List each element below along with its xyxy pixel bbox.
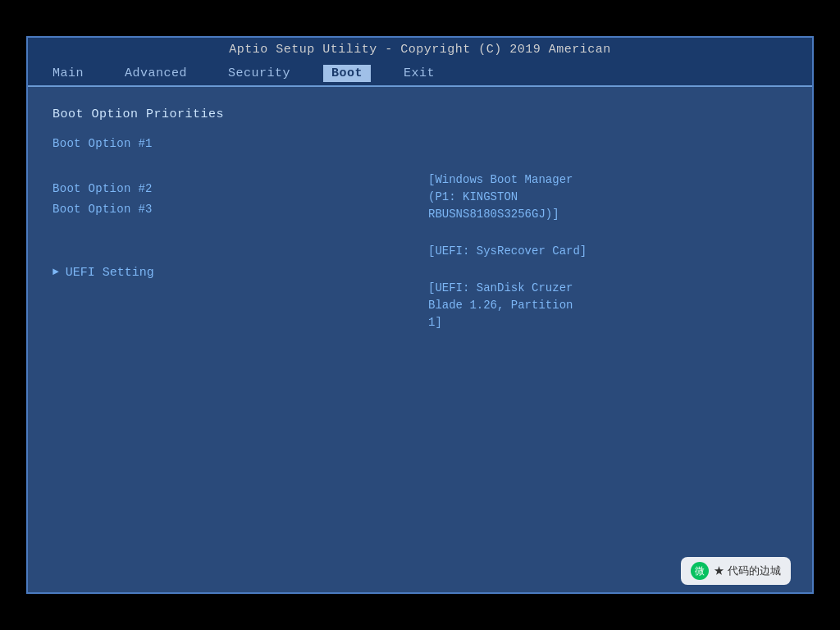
left-panel: Boot Option Priorities Boot Option #1 Bo… [52, 103, 412, 576]
bios-container: Aptio Setup Utility - Copyright (C) 2019… [0, 0, 840, 630]
menu-item-exit[interactable]: Exit [395, 65, 443, 82]
menu-item-boot[interactable]: Boot [323, 65, 371, 82]
bios-screen: Aptio Setup Utility - Copyright (C) 2019… [26, 36, 814, 594]
menu-bar: Main Advanced Security Boot Exit [28, 62, 812, 87]
boot-option-2-label[interactable]: Boot Option #2 [52, 179, 412, 199]
right-panel: [Windows Boot Manager(P1: KINGSTONRBUSNS… [428, 103, 788, 576]
watermark-text: ★ 代码的边城 [714, 564, 781, 578]
boot-option-3-value: [UEFI: SanDisk CruzerBlade 1.26, Partiti… [428, 280, 788, 331]
title-bar: Aptio Setup Utility - Copyright (C) 2019… [28, 38, 812, 62]
section-title: Boot Option Priorities [52, 103, 412, 126]
boot-option-1-label[interactable]: Boot Option #1 [52, 134, 412, 154]
values-column: [Windows Boot Manager(P1: KINGSTONRBUSNS… [428, 148, 788, 331]
menu-item-security[interactable]: Security [220, 65, 299, 82]
watermark-icon: 微 [691, 562, 709, 580]
uefi-setting-label: UEFI Setting [66, 262, 154, 284]
menu-item-advanced[interactable]: Advanced [116, 65, 195, 82]
uefi-setting[interactable]: ► UEFI Setting [52, 262, 412, 284]
bios-title: Aptio Setup Utility - Copyright (C) 2019… [229, 43, 611, 57]
boot-option-1-value: [Windows Boot Manager(P1: KINGSTONRBUSNS… [428, 171, 788, 223]
watermark: 微 ★ 代码的边城 [681, 557, 791, 585]
boot-option-3-label[interactable]: Boot Option #3 [52, 199, 412, 220]
triangle-icon: ► [52, 262, 59, 281]
menu-item-main[interactable]: Main [44, 65, 92, 82]
content-area: Boot Option Priorities Boot Option #1 Bo… [28, 87, 812, 592]
boot-option-2-value: [UEFI: SysRecover Card] [428, 243, 788, 260]
